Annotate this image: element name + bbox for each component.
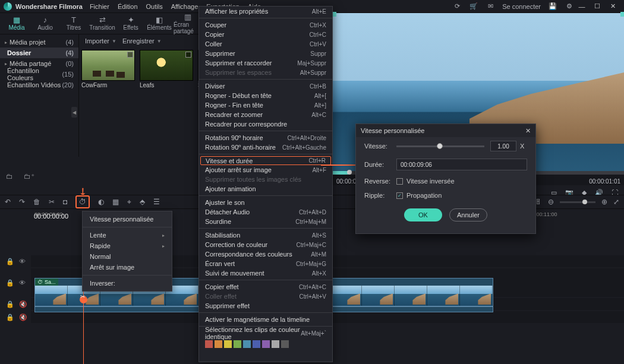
ctx-item[interactable]: Ajouter arrêt sur imageAlt+F (199, 165, 332, 175)
tab-éléments[interactable]: ◧Éléments (145, 16, 174, 31)
tree-row[interactable]: Échantillon Couleurs(15) (0, 69, 78, 80)
speed-button[interactable]: ⏱ (75, 195, 90, 208)
tab-média[interactable]: ▦Média (2, 16, 31, 31)
redo-icon[interactable]: ↷ (19, 198, 25, 206)
save-icon[interactable]: 💾 (548, 2, 557, 11)
track-eye-icon[interactable]: 👁 (19, 279, 26, 286)
track-lock-icon[interactable]: 🔒 (6, 279, 14, 287)
ctx-item[interactable]: CollerCtrl+V (199, 39, 332, 49)
ctx-item[interactable]: Rotation 90º horaireCtrl+Alt+Droite (199, 133, 332, 143)
tab-transition[interactable]: ⇄Transition (88, 16, 116, 31)
color-swatch[interactable] (243, 340, 251, 348)
speed-item[interactable]: Rapide▸ (83, 240, 172, 251)
import-button[interactable]: Importer▼ (85, 37, 116, 45)
zoom-out-icon[interactable]: ⊖ (548, 198, 554, 206)
color-swatch[interactable] (262, 340, 270, 348)
cart-icon[interactable]: 🛒 (469, 2, 478, 11)
menu-édition[interactable]: Édition (118, 3, 138, 10)
ctx-item[interactable]: Supprimer et raccorderMaj+Suppr (199, 58, 332, 68)
greenscreen-icon[interactable]: ▦ (112, 198, 119, 206)
zoom-in-icon[interactable]: ⊕ (601, 198, 607, 206)
delete-icon[interactable]: 🗑 (33, 198, 40, 206)
color-swatch[interactable] (272, 340, 279, 348)
ctx-item[interactable]: Suivi de mouvementAlt+X (199, 268, 332, 278)
updates-icon[interactable]: ⟳ (452, 2, 462, 11)
ctx-item[interactable]: Activer le magnétisme de la timeline (199, 315, 332, 324)
duration-field[interactable]: 00:00:09:06 (396, 159, 527, 170)
tree-row[interactable]: Dossier(4) (0, 48, 78, 58)
ctx-item[interactable]: Recadrer et zoomerAlt+C (199, 110, 332, 119)
ctx-item[interactable]: Vitesse et duréeCtrl+R (200, 156, 331, 165)
new-folder-icon[interactable]: 🗀 (6, 172, 13, 181)
keyframe-icon[interactable]: ⬘ (140, 198, 145, 206)
zoom-slider[interactable] (560, 201, 595, 203)
tab-audio[interactable]: ♪Audio (31, 16, 59, 31)
split-icon[interactable]: ✂ (49, 198, 55, 206)
ctx-item[interactable]: Sélectionnez les clips de couleur identi… (199, 328, 332, 338)
dialog-close-icon[interactable]: ✕ (525, 127, 531, 135)
ctx-item[interactable]: Correction de couleurCtrl+Maj+C (199, 240, 332, 249)
ctx-item[interactable]: Afficher les propriétésAlt+E (199, 7, 332, 16)
account-label[interactable]: Se connecter (502, 2, 541, 11)
ctx-item[interactable]: DiviserCtrl+B (199, 81, 332, 91)
ctx-item[interactable]: Supprimer effet (199, 301, 332, 311)
settings-icon[interactable]: ⚙ (565, 2, 574, 11)
speed-item[interactable]: Lente▸ (83, 230, 172, 240)
close-button[interactable]: ✕ (605, 0, 620, 13)
track-mute-icon[interactable]: 🔇 (19, 314, 27, 321)
minimize-button[interactable]: — (574, 0, 590, 13)
tree-row[interactable]: Échantillon Vidéos(20) (0, 80, 78, 90)
crop-icon[interactable]: ◘ (63, 198, 67, 206)
ctx-item[interactable]: SupprimerSuppr (199, 49, 332, 58)
menu-affichage[interactable]: Affichage (171, 3, 198, 10)
color-swatch[interactable] (205, 340, 213, 348)
tab-titres[interactable]: TTitres (59, 16, 88, 31)
maximize-button[interactable]: ☐ (590, 0, 605, 13)
menu-outils[interactable]: Outils (146, 3, 163, 10)
ctx-item[interactable]: CouperCtrl+X (199, 20, 332, 30)
ctx-item[interactable]: Détacher AudioCtrl+Alt+D (199, 207, 332, 217)
ctx-item[interactable]: Écran vertCtrl+Maj+G (199, 259, 332, 268)
ctx-item[interactable]: Rotation 90º anti-horaireCtrl+Alt+Gauche (199, 143, 332, 152)
speed-submenu-title[interactable]: Vitesse personnalisée (83, 214, 172, 224)
track-lock-icon[interactable]: 🔒 (6, 300, 14, 308)
color-swatch[interactable] (215, 340, 222, 348)
reverse-checkbox[interactable] (396, 178, 403, 185)
speed-reverse-item[interactable]: Inverser: (83, 278, 172, 289)
color-icon[interactable]: ◐ (98, 198, 104, 206)
track-lock-icon[interactable]: 🔒 (6, 258, 14, 265)
speed-value[interactable]: 1.00 (490, 141, 516, 151)
color-swatch[interactable] (224, 340, 232, 348)
undo-icon[interactable]: ↶ (5, 198, 11, 206)
track-motion-icon[interactable]: ⌖ (127, 198, 131, 206)
record-button[interactable]: Enregistrer▼ (122, 37, 162, 45)
ctx-item[interactable]: Copier effetCtrl+Alt+C (199, 282, 332, 292)
zoom-fit-icon[interactable]: ⤢ (613, 198, 619, 206)
speed-item[interactable]: Normal (83, 251, 172, 262)
speed-item[interactable]: Arrêt sur image (83, 262, 172, 273)
ripple-checkbox[interactable]: ✓ (396, 192, 403, 199)
ctx-item[interactable]: Ajouter animation (199, 184, 332, 194)
adjust-icon[interactable]: ☰ (153, 198, 160, 206)
message-icon[interactable]: ✉ (486, 2, 495, 11)
ctx-item[interactable]: Recadrer pour correspondre (199, 119, 332, 129)
media-clip[interactable]: CowFarm (81, 50, 135, 88)
track-mute-icon[interactable]: 🔇 (19, 300, 27, 308)
new-bin-icon[interactable]: 🗀⁺ (24, 172, 34, 181)
collapse-tree-icon[interactable]: ◀ (71, 107, 77, 118)
track-lock-icon[interactable]: 🔒 (6, 314, 14, 321)
ctx-item[interactable]: Rogner - Fin en têteAlt+] (199, 100, 332, 110)
ctx-item[interactable]: CopierCtrl+C (199, 30, 332, 39)
ctx-item[interactable]: SourdineCtrl+Maj+M (199, 217, 332, 226)
media-clip[interactable]: Leafs (140, 50, 193, 88)
ctx-item[interactable]: StabilisationAlt+S (199, 230, 332, 240)
ctx-item[interactable]: Correspondance des couleursAlt+M (199, 249, 332, 259)
ctx-item[interactable]: Rogner - Début en têteAlt+[ (199, 91, 332, 100)
color-swatch[interactable] (253, 340, 260, 348)
ctx-item[interactable]: Ajuster le son (199, 198, 332, 207)
color-swatch[interactable] (234, 340, 241, 348)
tab-écran partagé[interactable]: ▥Écran partagé (174, 13, 202, 34)
speed-slider[interactable] (396, 145, 484, 147)
tab-effets[interactable]: ✦Effets (116, 16, 145, 31)
tree-row[interactable]: ▸Média projet(4) (0, 37, 78, 48)
